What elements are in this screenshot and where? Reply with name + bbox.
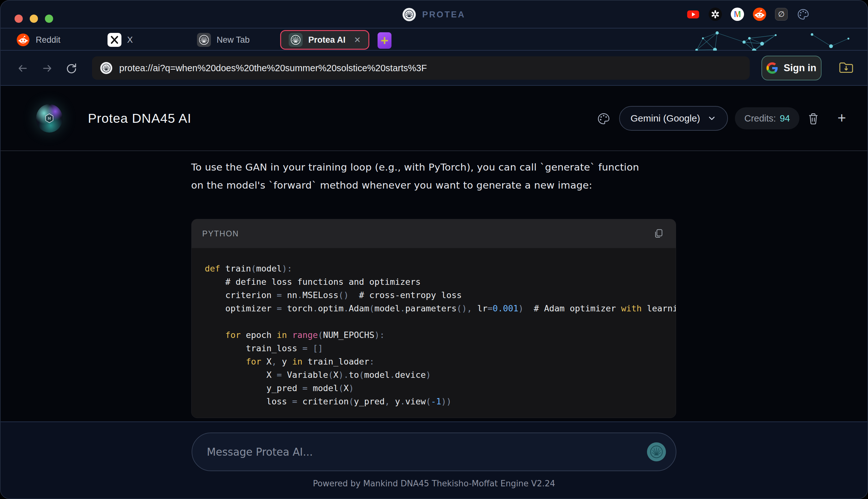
tab-label: Protea AI xyxy=(308,35,345,45)
protea-favicon xyxy=(289,33,303,47)
model-selector-label: Gemini (Google) xyxy=(630,113,700,124)
tab-new-tab[interactable]: New Tab xyxy=(197,31,250,49)
downloads-folder-icon[interactable] xyxy=(838,60,854,75)
tab-protea-ai-active[interactable]: Protea AI ✕ xyxy=(280,30,369,50)
chatgpt-icon[interactable] xyxy=(709,8,722,21)
code-block-header: PYTHON xyxy=(192,219,676,248)
new-tab-button[interactable]: + xyxy=(378,32,391,49)
constellation-decoration xyxy=(679,28,867,51)
gmail-icon[interactable]: M xyxy=(731,8,744,21)
navigation-bar: protea://ai?q=when%20does%20the%20summer… xyxy=(1,51,867,86)
theme-palette-icon[interactable] xyxy=(597,112,610,125)
chat-scroll-area[interactable]: To use the GAN in your training loop (e.… xyxy=(1,151,867,422)
page-content: Protea DNA45 AI Gemini (Google) Credits:… xyxy=(1,86,867,422)
url-bar[interactable]: protea://ai?q=when%20does%20the%20summer… xyxy=(92,56,750,80)
tab-reddit[interactable]: Reddit xyxy=(16,31,60,49)
x-favicon xyxy=(108,33,122,47)
slashed-zero-icon[interactable]: ∅ xyxy=(775,8,788,21)
send-button[interactable] xyxy=(647,442,666,461)
code-language-label: PYTHON xyxy=(202,229,239,238)
reload-button[interactable] xyxy=(64,61,78,75)
chevron-down-icon xyxy=(707,113,717,123)
app-header: Protea DNA45 AI Gemini (Google) Credits:… xyxy=(1,86,867,151)
copy-code-button[interactable] xyxy=(653,228,665,240)
protea-logo-icon xyxy=(403,8,416,21)
tab-x[interactable]: X xyxy=(108,31,133,49)
quick-launch-bar: M ∅ xyxy=(687,8,810,21)
forward-button[interactable] xyxy=(40,61,54,75)
page-title: Protea DNA45 AI xyxy=(88,86,191,151)
delete-chat-button[interactable] xyxy=(806,112,820,126)
signin-label: Sign in xyxy=(783,62,816,74)
tab-label: New Tab xyxy=(217,35,250,45)
google-signin-button[interactable]: Sign in xyxy=(762,56,821,81)
message-input[interactable] xyxy=(206,446,647,459)
message-composer xyxy=(192,433,676,471)
new-chat-button[interactable]: + xyxy=(832,107,851,129)
back-button[interactable] xyxy=(16,61,30,75)
chat-thread: To use the GAN in your training loop (e.… xyxy=(191,158,677,418)
assistant-message-text: To use the GAN in your training loop (e.… xyxy=(191,158,651,194)
palette-icon[interactable] xyxy=(796,8,810,21)
reddit-icon[interactable] xyxy=(753,8,766,21)
composer-dock: Powered by Mankind DNA45 Thekisho-Moffat… xyxy=(1,422,867,499)
tab-strip: Reddit X New Tab Protea AI ✕ + xyxy=(1,28,867,51)
titlebar: PROTEA M ∅ xyxy=(1,1,867,28)
model-selector-dropdown[interactable]: Gemini (Google) xyxy=(619,106,728,131)
protea-favicon xyxy=(197,33,211,47)
credits-value: 94 xyxy=(780,113,790,124)
reddit-favicon xyxy=(16,33,30,47)
tab-label: X xyxy=(127,35,133,45)
credits-label: Credits: xyxy=(744,113,776,124)
engine-footer-text: Powered by Mankind DNA45 Thekisho-Moffat… xyxy=(1,479,867,488)
url-text: protea://ai?q=when%20does%20the%20summer… xyxy=(119,63,427,73)
code-block: PYTHON def train(model): # define loss f… xyxy=(191,219,676,418)
code-lines: def train(model): # define loss function… xyxy=(192,248,676,418)
google-g-icon xyxy=(767,62,778,74)
tab-label: Reddit xyxy=(36,35,60,45)
ai-avatar xyxy=(36,104,63,133)
browser-window: PROTEA M ∅ Reddit X New Tab Protea AI ✕ xyxy=(0,0,868,499)
close-tab-icon[interactable]: ✕ xyxy=(354,35,361,45)
site-icon xyxy=(100,62,112,74)
brand-name: PROTEA xyxy=(422,10,465,20)
credits-badge: Credits: 94 xyxy=(735,107,800,130)
youtube-icon[interactable] xyxy=(687,8,700,21)
